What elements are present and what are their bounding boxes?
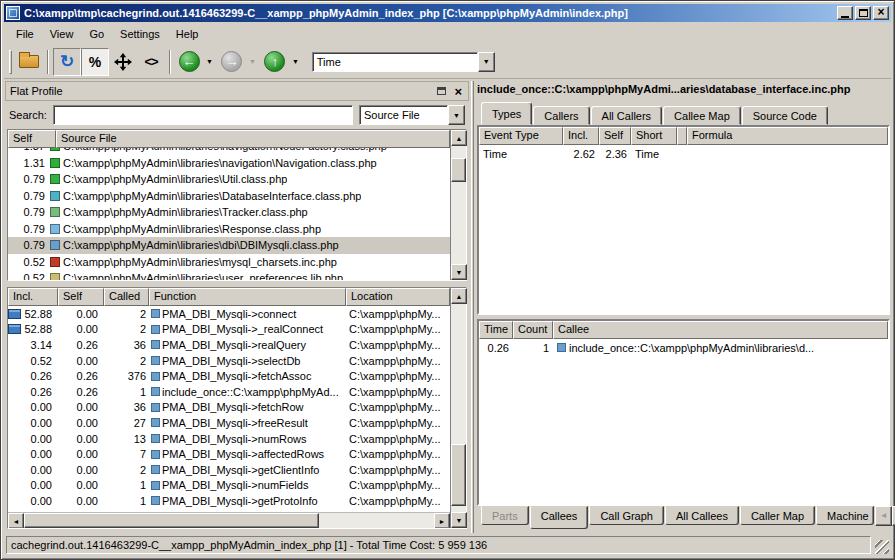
column-header-self[interactable]: Self bbox=[599, 127, 631, 145]
table-row[interactable]: 0.261include_once::C:\xampp\phpMyAdmin\l… bbox=[479, 339, 888, 356]
list-item[interactable]: 0.52C:\xampp\phpMyAdmin\libraries\mysql_… bbox=[8, 254, 450, 271]
scrollbar-track[interactable] bbox=[451, 304, 466, 512]
open-file-button[interactable] bbox=[15, 48, 43, 76]
list-item[interactable]: 0.79C:\xampp\phpMyAdmin\libraries\Tracke… bbox=[8, 204, 450, 221]
close-button[interactable]: × bbox=[873, 6, 889, 20]
panel-splitter[interactable] bbox=[471, 81, 474, 533]
function-name: PMA_DBI_Mysqli->_realConnect bbox=[162, 323, 323, 335]
column-header-incl[interactable]: Incl. bbox=[563, 127, 599, 145]
tab-types[interactable]: Types bbox=[481, 102, 532, 125]
list-item[interactable]: 1.31C:\xampp\phpMyAdmin\libraries\naviga… bbox=[8, 155, 450, 172]
forward-dropdown-arrow[interactable]: ▼ bbox=[249, 58, 256, 65]
table-row[interactable]: 0.000.0036PMA_DBI_Mysqli->fetchRowC:\xam… bbox=[8, 400, 450, 416]
scroll-down-icon[interactable]: ▼ bbox=[451, 512, 467, 528]
relative-to-parent-button[interactable] bbox=[109, 48, 137, 76]
function-table-vscrollbar[interactable]: ▲ ▼ bbox=[450, 288, 466, 528]
column-header-event-type[interactable]: Event Type bbox=[479, 127, 563, 145]
tab-callees[interactable]: Callees bbox=[530, 506, 589, 529]
tab-caller-map[interactable]: Caller Map bbox=[740, 506, 815, 525]
function-table-hscrollbar[interactable]: ◄ ► bbox=[8, 512, 450, 528]
resize-grip[interactable] bbox=[875, 540, 889, 554]
list-item[interactable]: 0.79C:\xampp\phpMyAdmin\libraries\Respon… bbox=[8, 221, 450, 238]
percent-relative-button[interactable]: % bbox=[81, 48, 109, 76]
toolbar-handle[interactable] bbox=[9, 50, 12, 74]
column-header-self[interactable]: Self bbox=[58, 288, 104, 306]
column-header-spacer[interactable] bbox=[677, 127, 687, 145]
column-header-called[interactable]: Called bbox=[104, 288, 149, 306]
up-button[interactable]: ↑ bbox=[261, 48, 289, 76]
dock-titlebar[interactable]: Flat Profile × bbox=[5, 81, 469, 101]
list-item[interactable]: 0.79C:\xampp\phpMyAdmin\libraries\Databa… bbox=[8, 188, 450, 205]
tab-scroll-left-icon[interactable]: ◄ bbox=[875, 506, 892, 526]
combobox-dropdown-button[interactable]: ▼ bbox=[478, 52, 495, 72]
back-dropdown-arrow[interactable]: ▼ bbox=[206, 58, 213, 65]
grouping-combobox[interactable]: Source File ▼ bbox=[359, 105, 465, 125]
scrollbar-track[interactable] bbox=[24, 513, 434, 528]
table-row[interactable]: 52.880.002PMA_DBI_Mysqli->connectC:\xamp… bbox=[8, 306, 450, 322]
column-header-callee[interactable]: Callee bbox=[553, 321, 888, 339]
menu-help[interactable]: Help bbox=[169, 26, 206, 42]
tab-machine[interactable]: Machine bbox=[816, 506, 874, 525]
menu-file[interactable]: File bbox=[9, 26, 41, 42]
tab-all-callers[interactable]: All Callers bbox=[591, 106, 663, 125]
tab-all-callees[interactable]: All Callees bbox=[665, 506, 739, 525]
column-header-count[interactable]: Count bbox=[513, 321, 553, 339]
table-row[interactable]: 0.000.002PMA_DBI_Mysqli->getClientInfoC:… bbox=[8, 462, 450, 478]
scroll-right-icon[interactable]: ► bbox=[434, 513, 450, 528]
column-header-source-file[interactable]: Source File bbox=[56, 130, 450, 148]
table-row[interactable]: 0.000.0027PMA_DBI_Mysqli->freeResultC:\x… bbox=[8, 415, 450, 431]
event-type-combobox[interactable]: Time ▼ bbox=[312, 52, 495, 72]
tab-callee-map[interactable]: Callee Map bbox=[663, 106, 741, 125]
dock-close-icon[interactable]: × bbox=[454, 85, 462, 98]
tab-source-code[interactable]: Source Code bbox=[742, 106, 828, 125]
scroll-up-icon[interactable]: ▲ bbox=[451, 288, 467, 304]
column-header-function[interactable]: Function bbox=[149, 288, 346, 306]
back-button[interactable]: ← bbox=[175, 48, 203, 76]
table-row[interactable]: 52.880.002PMA_DBI_Mysqli->_realConnectC:… bbox=[8, 322, 450, 338]
column-header-location[interactable]: Location bbox=[346, 288, 450, 306]
scrollbar-thumb[interactable] bbox=[24, 513, 319, 528]
table-row[interactable]: 0.000.001PMA_DBI_Mysqli->numFieldsC:\xam… bbox=[8, 478, 450, 494]
up-icon: ↑ bbox=[264, 51, 285, 72]
forward-button[interactable]: → bbox=[218, 48, 246, 76]
menu-go[interactable]: Go bbox=[82, 26, 111, 42]
column-header-formula[interactable]: Formula bbox=[687, 127, 888, 145]
list-item[interactable]: 0.52C:\xampp\phpMyAdmin\libraries\user_p… bbox=[8, 270, 450, 280]
scroll-up-icon[interactable]: ▲ bbox=[451, 130, 467, 146]
column-header-incl[interactable]: Incl. bbox=[8, 288, 58, 306]
tab-callers[interactable]: Callers bbox=[533, 106, 589, 125]
list-item[interactable]: 0.79C:\xampp\phpMyAdmin\libraries\Util.c… bbox=[8, 171, 450, 188]
maximize-button[interactable] bbox=[855, 6, 871, 20]
table-row[interactable]: 0.260.261include_once::C:\xampp\phpMyAd.… bbox=[8, 384, 450, 400]
table-row[interactable]: 3.140.2636PMA_DBI_Mysqli->realQueryC:\xa… bbox=[8, 337, 450, 353]
table-row[interactable]: 0.000.001PMA_DBI_Mysqli->getProtoInfoC:\… bbox=[8, 493, 450, 509]
cycle-grouping-button[interactable]: <> bbox=[137, 48, 165, 76]
scrollbar-thumb[interactable] bbox=[451, 158, 466, 182]
minimize-button[interactable] bbox=[837, 6, 853, 20]
search-input[interactable] bbox=[53, 105, 353, 125]
menu-settings[interactable]: Settings bbox=[113, 26, 167, 42]
combobox-dropdown-button[interactable]: ▼ bbox=[448, 105, 465, 125]
cell-incl: 52.88 bbox=[8, 308, 58, 320]
list-item[interactable]: 0.79C:\xampp\phpMyAdmin\libraries\dbi\DB… bbox=[8, 237, 450, 254]
scrollbar-track[interactable] bbox=[451, 146, 466, 264]
file-list-vscrollbar[interactable]: ▲ ▼ bbox=[450, 130, 466, 280]
up-dropdown-arrow[interactable]: ▼ bbox=[292, 58, 299, 65]
scroll-left-icon[interactable]: ◄ bbox=[8, 513, 24, 528]
scrollbar-thumb[interactable] bbox=[451, 444, 466, 506]
function-name: PMA_DBI_Mysqli->getClientInfo bbox=[162, 464, 319, 476]
table-row[interactable]: 0.520.002PMA_DBI_Mysqli->selectDbC:\xamp… bbox=[8, 353, 450, 369]
reload-button[interactable]: ↻ bbox=[53, 48, 81, 76]
scroll-down-icon[interactable]: ▼ bbox=[451, 264, 467, 280]
titlebar[interactable]: C:\xampp\tmp\cachegrind.out.1416463299-C… bbox=[4, 4, 891, 22]
table-row[interactable]: 0.260.26376PMA_DBI_Mysqli->fetchAssocC:\… bbox=[8, 368, 450, 384]
menu-view[interactable]: View bbox=[43, 26, 81, 42]
column-header-self[interactable]: Self bbox=[8, 130, 56, 148]
table-row[interactable]: 0.000.0013PMA_DBI_Mysqli->numRowsC:\xamp… bbox=[8, 431, 450, 447]
table-row[interactable]: Time2.622.36Time bbox=[479, 145, 888, 162]
table-row[interactable]: 0.000.007PMA_DBI_Mysqli->affectedRowsC:\… bbox=[8, 446, 450, 462]
column-header-time[interactable]: Time bbox=[479, 321, 513, 339]
dock-float-icon[interactable] bbox=[437, 87, 446, 95]
tab-call-graph[interactable]: Call Graph bbox=[589, 506, 664, 525]
column-header-short[interactable]: Short bbox=[631, 127, 677, 145]
